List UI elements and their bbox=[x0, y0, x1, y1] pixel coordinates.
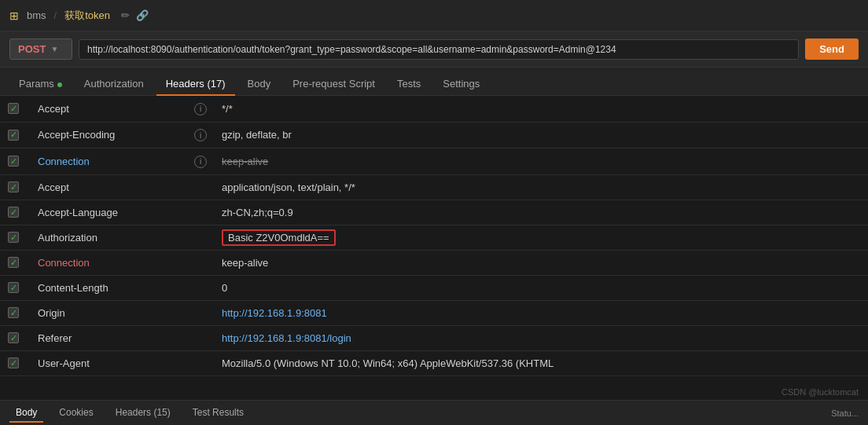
header-key: Connection bbox=[31, 251, 189, 275]
row-checkbox[interactable] bbox=[8, 232, 19, 243]
method-selector[interactable]: POST ▼ bbox=[9, 38, 72, 60]
header-value: Basic Z2V0OmdldA== bbox=[212, 225, 868, 250]
tab-headers[interactable]: Headers (17) bbox=[156, 73, 235, 96]
header-value: http://192.168.1.9:8081/login bbox=[212, 326, 868, 350]
top-bar: ⊞ bms / 获取token ✏ 🔗 bbox=[0, 0, 868, 31]
table-row: Refererhttp://192.168.1.9:8081/login bbox=[0, 326, 868, 351]
breadcrumb-parent[interactable]: bms bbox=[27, 9, 46, 21]
header-value: gzip, deflate, br bbox=[212, 123, 868, 147]
bottom-tab-cookies[interactable]: Cookies bbox=[53, 404, 99, 423]
tab-params[interactable]: Params bbox=[9, 73, 72, 96]
bottom-bar: Body Cookies Headers (15) Test Results S… bbox=[0, 400, 868, 425]
table-row: Content-Length0 bbox=[0, 276, 868, 301]
row-checkbox[interactable] bbox=[8, 282, 19, 293]
link-icon[interactable]: 🔗 bbox=[136, 9, 149, 21]
url-input[interactable] bbox=[79, 39, 799, 60]
header-value: http://192.168.1.9:8081 bbox=[212, 301, 868, 325]
header-value: keep-alive bbox=[212, 251, 868, 275]
header-key: Accept-Language bbox=[31, 200, 189, 225]
headers-table: Accepti*/*Accept-Encodingigzip, deflate,… bbox=[0, 96, 868, 376]
row-checkbox[interactable] bbox=[8, 357, 19, 368]
bottom-tab-testresults[interactable]: Test Results bbox=[186, 404, 250, 423]
tab-tests[interactable]: Tests bbox=[388, 73, 430, 96]
header-value: zh-CN,zh;q=0.9 bbox=[212, 200, 868, 225]
row-checkbox[interactable] bbox=[8, 103, 19, 114]
table-row: Accept-Languagezh-CN,zh;q=0.9 bbox=[0, 200, 868, 225]
breadcrumb-separator: / bbox=[54, 9, 57, 21]
header-key: Connection bbox=[31, 149, 189, 174]
header-key: Content-Length bbox=[31, 276, 189, 300]
table-row: User-AgentMozilla/5.0 (Windows NT 10.0; … bbox=[0, 351, 868, 376]
header-value: keep-alive bbox=[212, 149, 868, 174]
send-button[interactable]: Send bbox=[805, 38, 859, 60]
row-checkbox[interactable] bbox=[8, 181, 19, 192]
header-key: Accept bbox=[31, 97, 189, 121]
header-key: Origin bbox=[31, 301, 189, 325]
header-key: Accept bbox=[31, 175, 189, 200]
table-row: Accept-Encodingigzip, deflate, br bbox=[0, 123, 868, 149]
row-checkbox[interactable] bbox=[8, 307, 19, 318]
header-value: Mozilla/5.0 (Windows NT 10.0; Win64; x64… bbox=[212, 351, 868, 376]
header-value: application/json, text/plain, */* bbox=[212, 175, 868, 200]
bottom-tab-body[interactable]: Body bbox=[9, 404, 43, 423]
row-checkbox[interactable] bbox=[8, 156, 19, 167]
info-icon[interactable]: i bbox=[194, 129, 207, 141]
breadcrumb-actions: ✏ 🔗 bbox=[121, 9, 149, 21]
row-checkbox[interactable] bbox=[8, 130, 19, 141]
tab-settings[interactable]: Settings bbox=[433, 73, 489, 96]
header-value: 0 bbox=[212, 276, 868, 300]
app-icon: ⊞ bbox=[9, 9, 19, 22]
table-row: Connectionikeep-alive bbox=[0, 148, 868, 175]
row-checkbox[interactable] bbox=[8, 207, 19, 218]
table-row: Accepti*/* bbox=[0, 96, 868, 123]
table-row: Acceptapplication/json, text/plain, */* bbox=[0, 175, 868, 200]
header-key: User-Agent bbox=[31, 351, 189, 376]
header-key: Referer bbox=[31, 326, 189, 350]
bottom-tab-headers15[interactable]: Headers (15) bbox=[109, 404, 177, 423]
info-icon[interactable]: i bbox=[194, 103, 207, 115]
tab-authorization[interactable]: Authorization bbox=[75, 73, 153, 96]
chevron-down-icon: ▼ bbox=[50, 45, 58, 53]
url-bar: POST ▼ Send bbox=[0, 31, 868, 68]
info-icon[interactable]: i bbox=[194, 156, 207, 168]
tab-body[interactable]: Body bbox=[238, 73, 281, 96]
headers-content: Accepti*/*Accept-Encodingigzip, deflate,… bbox=[0, 96, 868, 400]
request-tabs: Params Authorization Headers (17) Body P… bbox=[0, 68, 868, 96]
status-text: Statu... bbox=[831, 409, 859, 418]
breadcrumb-current: 获取token bbox=[64, 9, 110, 23]
table-row: Originhttp://192.168.1.9:8081 bbox=[0, 301, 868, 326]
table-row: Connectionkeep-alive bbox=[0, 251, 868, 276]
header-value: */* bbox=[212, 97, 868, 121]
method-label: POST bbox=[18, 43, 46, 55]
table-row: AuthorizationBasic Z2V0OmdldA== bbox=[0, 225, 868, 251]
tab-prerequest[interactable]: Pre-request Script bbox=[283, 73, 384, 96]
row-checkbox[interactable] bbox=[8, 332, 19, 343]
header-key: Authorization bbox=[31, 225, 189, 250]
header-key: Accept-Encoding bbox=[31, 123, 189, 147]
edit-icon[interactable]: ✏ bbox=[121, 9, 130, 21]
row-checkbox[interactable] bbox=[8, 257, 19, 268]
